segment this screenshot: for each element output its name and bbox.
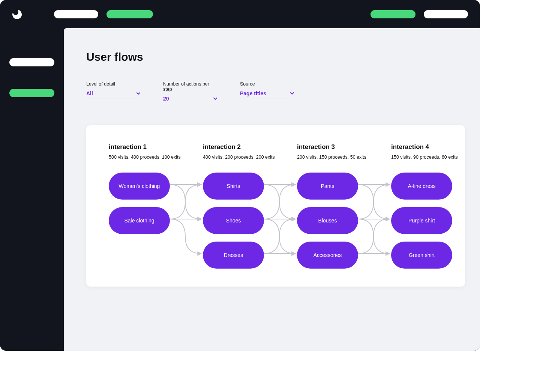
topbar-nav-item-2-active[interactable] (106, 10, 153, 18)
flow-node[interactable]: Purple shirt (391, 207, 452, 234)
filter-value: All (86, 90, 93, 96)
flow-node[interactable]: Women's clothing (109, 173, 170, 200)
flow-node[interactable]: Dresses (203, 242, 264, 269)
filter-source-select[interactable]: Page titles (240, 90, 294, 99)
flow-node[interactable]: Sale clothing (109, 207, 170, 234)
sidebar-nav-item-2-active[interactable] (9, 89, 54, 97)
flow-node[interactable]: Shoes (203, 207, 264, 234)
main-panel: User flows Level of detail All Number of… (64, 28, 480, 351)
filter-level-of-detail-select[interactable]: All (86, 90, 141, 99)
flow-column-title: interaction 3 (297, 143, 358, 151)
flow-column: interaction 2 400 visits, 200 proceeds, … (203, 143, 264, 269)
topbar-nav-item-1[interactable] (54, 10, 98, 18)
filter-value: 20 (163, 96, 169, 102)
flow-column: interaction 4 150 visits, 90 proceeds, 6… (391, 143, 452, 269)
app-frame: User flows Level of detail All Number of… (0, 0, 480, 351)
chevron-down-icon (213, 96, 218, 101)
flow-column-title: interaction 1 (109, 143, 170, 151)
filter-source: Source Page titles (240, 81, 294, 104)
flow-column-stats: 400 visits, 200 proceeds, 200 exits (203, 155, 264, 160)
flow-column: interaction 1 500 visits, 400 proceeds, … (109, 143, 170, 269)
flow-column-stats: 500 visits, 400 proceeds, 100 exits (109, 155, 170, 160)
user-flow-card: interaction 1 500 visits, 400 proceeds, … (86, 125, 465, 287)
filter-label: Number of actions per step (163, 81, 218, 92)
page-title: User flows (86, 51, 480, 63)
flow-column-title: interaction 2 (203, 143, 264, 151)
flow-column-stats: 200 visits, 150 proceeds, 50 exits (297, 155, 358, 160)
flow-node[interactable]: Accessories (297, 242, 358, 269)
flow-node[interactable]: Shirts (203, 173, 264, 200)
flow-diagram: interaction 1 500 visits, 400 proceeds, … (109, 143, 454, 267)
flow-columns: interaction 1 500 visits, 400 proceeds, … (109, 143, 454, 269)
chevron-down-icon (290, 91, 294, 96)
flow-node[interactable]: Blouses (297, 207, 358, 234)
filter-value: Page titles (240, 90, 266, 96)
chevron-down-icon (136, 91, 141, 96)
filter-label: Level of detail (86, 81, 141, 87)
topbar-action-secondary[interactable] (424, 10, 468, 18)
flow-node[interactable]: A-line dress (391, 173, 452, 200)
filter-level-of-detail: Level of detail All (86, 81, 141, 104)
flow-column-title: interaction 4 (391, 143, 452, 151)
brand-logo-icon (12, 9, 22, 20)
flow-column-stats: 150 visits, 90 proceeds, 60 exits (391, 155, 452, 160)
flow-node[interactable]: Pants (297, 173, 358, 200)
topbar (0, 0, 480, 28)
flow-node[interactable]: Green shirt (391, 242, 452, 269)
filters-row: Level of detail All Number of actions pe… (86, 81, 480, 104)
filter-label: Source (240, 81, 294, 87)
filter-actions-per-step: Number of actions per step 20 (163, 81, 218, 104)
topbar-action-primary[interactable] (370, 10, 416, 18)
flow-column: interaction 3 200 visits, 150 proceeds, … (297, 143, 358, 269)
filter-actions-per-step-select[interactable]: 20 (163, 96, 218, 104)
sidebar (0, 28, 64, 351)
sidebar-nav-item-1[interactable] (9, 58, 54, 66)
